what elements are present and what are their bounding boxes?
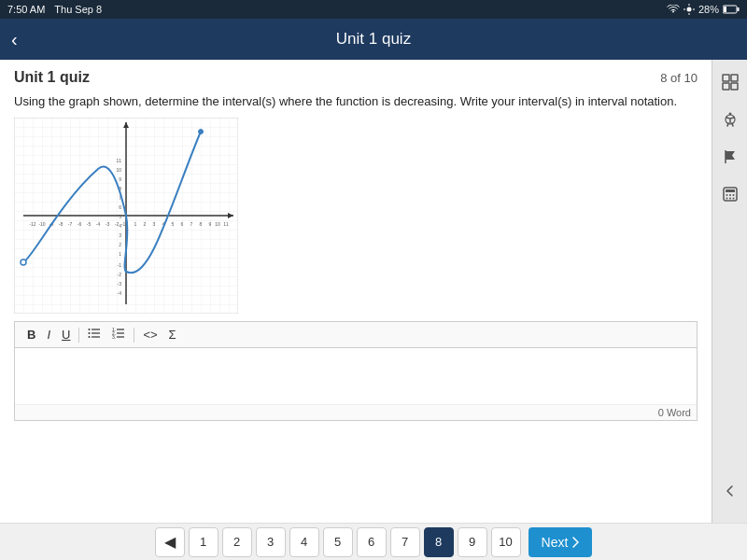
svg-text:10: 10 <box>116 167 121 173</box>
main-content: Unit 1 quiz 8 of 10 Using the graph show… <box>0 60 747 523</box>
svg-rect-74 <box>726 189 735 192</box>
sidebar-icon-grid[interactable] <box>717 69 743 95</box>
svg-text:3.: 3. <box>112 334 116 339</box>
bold-button[interactable]: B <box>22 326 40 343</box>
back-button[interactable]: ‹ <box>11 30 18 49</box>
underline-button[interactable]: U <box>57 326 75 343</box>
page-1-button[interactable]: 1 <box>189 527 218 557</box>
svg-text:-10: -10 <box>38 221 45 227</box>
editor-toolbar: B I U 1. <box>15 322 697 348</box>
quiz-progress: 8 of 10 <box>660 71 698 85</box>
svg-rect-67 <box>731 75 738 81</box>
svg-rect-7 <box>738 7 740 11</box>
question-text: Using the graph shown, determine the int… <box>14 93 698 110</box>
toolbar-divider-1 <box>78 328 79 343</box>
status-bar-right: 28% <box>667 4 740 15</box>
function-graph: -12 -10 -9 -8 -7 -6 -5 -4 -3 -2 -1 1 2 3… <box>14 118 238 314</box>
page-2-button[interactable]: 2 <box>222 527 252 557</box>
svg-point-52 <box>21 259 26 265</box>
svg-rect-6 <box>724 7 726 12</box>
brightness-icon <box>684 4 695 15</box>
svg-text:-4: -4 <box>96 221 101 227</box>
svg-text:2: 2 <box>144 221 147 227</box>
sidebar-icon-accessibility[interactable] <box>717 106 743 133</box>
svg-point-76 <box>729 194 731 196</box>
svg-text:11: 11 <box>116 158 121 163</box>
svg-text:2: 2 <box>119 242 121 247</box>
svg-point-58 <box>89 336 91 338</box>
quiz-title: Unit 1 quiz <box>14 69 90 86</box>
svg-rect-69 <box>731 83 738 90</box>
status-bar: 7:50 AM Thu Sep 8 28% <box>0 0 747 19</box>
sigma-button[interactable]: Σ <box>164 326 181 343</box>
svg-text:-7: -7 <box>68 221 73 227</box>
editor-area: B I U 1. <box>14 321 698 421</box>
svg-text:-4: -4 <box>118 290 122 296</box>
header-title: Unit 1 quiz <box>336 30 411 49</box>
svg-text:-5: -5 <box>87 221 92 227</box>
svg-text:-3: -3 <box>118 281 122 287</box>
svg-text:9: 9 <box>209 221 212 227</box>
svg-point-77 <box>732 194 734 196</box>
next-arrow-icon <box>571 537 579 548</box>
svg-rect-68 <box>723 83 729 90</box>
svg-point-56 <box>89 332 91 334</box>
sidebar-icon-calculator[interactable] <box>717 181 743 207</box>
status-bar-left: 7:50 AM Thu Sep 8 <box>7 4 102 15</box>
prev-page-button[interactable]: ◀ <box>155 527 185 557</box>
svg-text:8: 8 <box>200 221 203 227</box>
svg-text:-8: -8 <box>59 221 63 227</box>
svg-point-75 <box>726 194 727 196</box>
svg-point-0 <box>686 7 691 12</box>
page-3-button[interactable]: 3 <box>256 527 286 557</box>
page-5-button[interactable]: 5 <box>323 527 353 557</box>
quiz-header: Unit 1 quiz 8 of 10 <box>14 69 698 86</box>
svg-text:4: 4 <box>119 223 121 229</box>
svg-text:7: 7 <box>190 221 193 227</box>
toolbar-divider-2 <box>134 328 134 343</box>
svg-point-54 <box>89 329 91 330</box>
sidebar-icon-flag[interactable] <box>717 144 743 170</box>
ordered-list-button[interactable]: 1. 2. 3. <box>107 326 130 343</box>
svg-point-78 <box>726 198 727 200</box>
svg-text:5: 5 <box>119 214 121 219</box>
page-4-button[interactable]: 4 <box>289 527 319 557</box>
page-6-button[interactable]: 6 <box>357 527 387 557</box>
svg-text:10: 10 <box>215 221 220 227</box>
svg-text:1: 1 <box>134 221 137 227</box>
bottom-nav: ◀ 1 2 3 4 5 6 7 8 9 10 Next <box>0 523 747 560</box>
code-button[interactable]: <> <box>138 326 162 343</box>
graph-container: -12 -10 -9 -8 -7 -6 -5 -4 -3 -2 -1 1 2 3… <box>14 118 698 314</box>
editor-body[interactable] <box>15 348 697 404</box>
next-button[interactable]: Next <box>529 527 593 557</box>
svg-point-79 <box>729 198 731 200</box>
svg-text:6: 6 <box>181 221 184 227</box>
battery-level: 28% <box>698 4 719 15</box>
svg-text:3: 3 <box>119 232 121 238</box>
sidebar-collapse-button[interactable] <box>717 478 743 504</box>
svg-text:3: 3 <box>153 221 156 227</box>
svg-text:9: 9 <box>119 176 121 182</box>
page-8-button[interactable]: 8 <box>424 527 454 557</box>
svg-text:-1: -1 <box>118 262 122 268</box>
svg-text:6: 6 <box>119 204 121 210</box>
page-10-button[interactable]: 10 <box>491 527 521 557</box>
quiz-area: Unit 1 quiz 8 of 10 Using the graph show… <box>0 60 712 523</box>
word-count: 0 Word <box>658 407 691 418</box>
page-9-button[interactable]: 9 <box>458 527 487 557</box>
svg-point-53 <box>199 130 204 134</box>
svg-text:-2: -2 <box>118 272 122 277</box>
sidebar <box>712 60 747 523</box>
svg-text:11: 11 <box>223 221 229 227</box>
svg-text:1: 1 <box>119 251 121 257</box>
svg-rect-66 <box>723 75 729 81</box>
svg-text:5: 5 <box>172 221 175 227</box>
svg-point-80 <box>732 198 734 200</box>
italic-button[interactable]: I <box>42 326 55 343</box>
page-7-button[interactable]: 7 <box>390 527 420 557</box>
wifi-icon <box>667 5 680 14</box>
svg-text:-1: -1 <box>121 221 126 227</box>
svg-text:-3: -3 <box>106 221 110 227</box>
status-time: 7:50 AM <box>7 4 45 15</box>
unordered-list-button[interactable] <box>83 326 106 343</box>
